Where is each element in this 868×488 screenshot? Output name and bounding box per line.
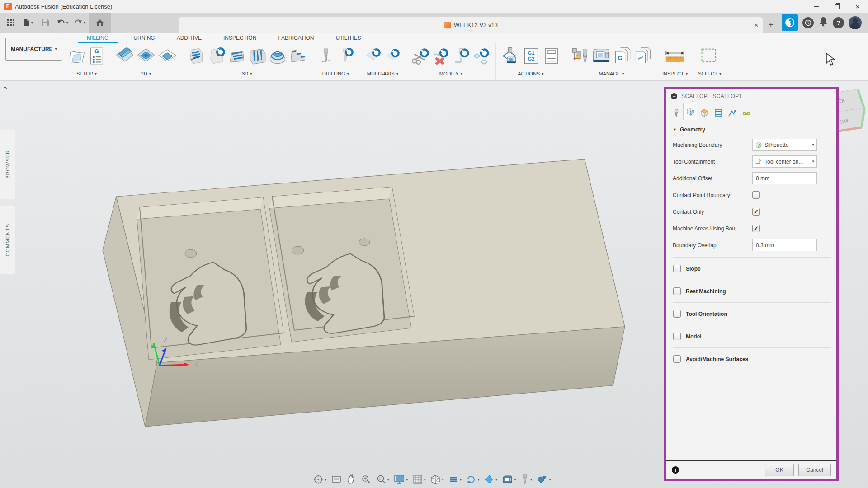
ok-button[interactable]: OK xyxy=(765,464,794,476)
additional-offset-input[interactable]: 0 mm xyxy=(752,172,817,184)
info-icon[interactable]: i xyxy=(672,466,679,474)
model-section[interactable]: Model xyxy=(673,325,831,347)
undo-button[interactable]: ▾ xyxy=(54,15,71,30)
3d-viewport[interactable]: Z X BACK BOTTOM » BROWSER COMMENTS ▾ xyxy=(0,81,868,488)
post-process-icon[interactable]: G1G2 xyxy=(522,47,540,66)
avatar[interactable] xyxy=(849,16,862,29)
setup-sheet-icon[interactable] xyxy=(542,47,561,66)
boundary-overlap-input[interactable]: 0.3 mm xyxy=(752,239,817,251)
tab-fabrication[interactable]: FABRICATION xyxy=(267,33,325,43)
tab-heights[interactable] xyxy=(697,105,711,120)
template-documents-icon[interactable] xyxy=(634,47,652,66)
tab-utilities[interactable]: UTILITIES xyxy=(325,33,372,43)
model-checkbox[interactable] xyxy=(673,333,681,340)
measure-icon[interactable] xyxy=(664,47,686,66)
select-menu[interactable]: SELECT▾ xyxy=(698,69,721,78)
toolpath-passes-icon[interactable]: ▾ xyxy=(446,473,464,486)
dialog-header[interactable]: − SCALLOP : SCALLOP1 xyxy=(666,89,836,103)
inspect-menu[interactable]: INSPECT▾ xyxy=(662,69,688,78)
rest-machining-checkbox[interactable] xyxy=(673,287,681,295)
workspace-selector[interactable]: MANUFACTURE ▾ xyxy=(5,38,62,61)
minimize-button[interactable] xyxy=(806,0,826,13)
2d-contour-icon[interactable] xyxy=(158,47,177,66)
3d-flat-icon[interactable] xyxy=(228,47,246,66)
3d-parallel-icon[interactable] xyxy=(248,47,266,66)
delete-toolpath-icon[interactable] xyxy=(432,47,450,66)
notifications-icon[interactable] xyxy=(818,16,828,29)
tab-close-icon[interactable]: × xyxy=(754,21,758,29)
machine-display-icon[interactable]: ▾ xyxy=(500,473,518,486)
look-at-icon[interactable] xyxy=(329,473,344,486)
tool-containment-select[interactable]: Tool center on... ▾ xyxy=(752,155,817,168)
tab-inspection[interactable]: INSPECTION xyxy=(212,33,267,43)
avoid-machine-surfaces-checkbox[interactable] xyxy=(673,355,681,363)
machine-areas-checkbox[interactable] xyxy=(752,225,760,232)
actions-menu[interactable]: ACTIONS▾ xyxy=(518,69,543,78)
tab-options[interactable] xyxy=(739,105,753,120)
probe-display-icon[interactable]: ▾ xyxy=(534,473,553,486)
bore-icon[interactable] xyxy=(337,47,354,66)
zoom-icon[interactable] xyxy=(359,473,373,486)
browser-panel-tab[interactable]: BROWSER xyxy=(0,130,15,199)
3d-menu[interactable]: 3D▾ xyxy=(242,69,252,78)
isolate-icon[interactable]: ▾ xyxy=(482,473,500,486)
display-settings-icon[interactable]: ▾ xyxy=(392,473,410,486)
rotary-icon[interactable] xyxy=(384,47,401,66)
zoom-window-icon[interactable]: ▾ xyxy=(374,473,392,486)
extensions-button[interactable] xyxy=(782,14,798,31)
dialog-collapse-icon[interactable]: − xyxy=(671,93,677,99)
trim-toolpath-icon[interactable] xyxy=(411,47,429,66)
tab-tool[interactable] xyxy=(669,105,683,120)
simulate-icon[interactable] xyxy=(501,47,520,66)
orbit-icon[interactable]: ▾ xyxy=(311,473,329,486)
cancel-button[interactable]: Cancel xyxy=(798,464,831,476)
drill-icon[interactable] xyxy=(317,47,335,66)
contact-point-boundary-checkbox[interactable] xyxy=(752,191,760,199)
viewports-icon[interactable]: ▾ xyxy=(428,473,446,486)
file-menu-button[interactable]: ▾ xyxy=(20,15,36,30)
manage-menu[interactable]: MANAGE▾ xyxy=(599,69,624,78)
swarf-icon[interactable] xyxy=(364,47,382,66)
pocket-2[interactable] xyxy=(269,187,414,342)
job-status-icon[interactable] xyxy=(802,17,814,28)
close-button[interactable]: × xyxy=(847,0,868,13)
slope-checkbox[interactable] xyxy=(673,265,681,272)
geometry-section-header[interactable]: ▼ Geometry xyxy=(673,123,831,136)
new-nc-program-icon[interactable]: G xyxy=(89,47,105,65)
3d-scallop-icon[interactable] xyxy=(269,47,287,66)
2d-menu[interactable]: 2D▾ xyxy=(141,69,151,78)
app-grid-icon[interactable] xyxy=(3,15,19,30)
tool-orientation-checkbox[interactable] xyxy=(673,310,681,318)
slope-section[interactable]: Slope xyxy=(673,257,831,280)
machine-library-icon[interactable] xyxy=(591,47,611,66)
tab-passes[interactable] xyxy=(711,105,725,120)
help-icon[interactable]: ? xyxy=(833,17,844,28)
new-setup-icon[interactable] xyxy=(68,47,86,65)
home-button[interactable] xyxy=(89,13,111,33)
redo-button[interactable]: ▾ xyxy=(71,15,88,30)
3d-adaptive-clearing-icon[interactable] xyxy=(187,47,205,66)
tab-linking[interactable] xyxy=(725,105,739,120)
tool-library-icon[interactable] xyxy=(571,47,589,66)
rest-machining-section[interactable]: Rest Machining xyxy=(673,280,831,302)
multiaxis-menu[interactable]: MULTI-AXIS▾ xyxy=(367,69,398,78)
selection-box-icon[interactable] xyxy=(699,47,721,66)
simulate-loop-icon[interactable]: ▾ xyxy=(464,473,481,486)
gcode-documents-icon[interactable]: G xyxy=(613,47,632,66)
avoid-machine-surfaces-section[interactable]: Avoid/Machine Surfaces xyxy=(673,347,831,370)
grid-icon[interactable]: ▾ xyxy=(410,473,428,486)
tab-geometry[interactable] xyxy=(683,103,697,120)
tab-turning[interactable]: TURNING xyxy=(119,33,166,43)
drilling-menu[interactable]: DRILLING▾ xyxy=(322,69,349,78)
2d-pocket-icon[interactable] xyxy=(137,47,156,66)
tab-additive[interactable]: ADDITIVE xyxy=(166,33,212,43)
modify-menu[interactable]: MODIFY▾ xyxy=(439,69,462,78)
tab-milling[interactable]: MILLING xyxy=(76,33,119,43)
comments-panel-tab[interactable]: COMMENTS xyxy=(0,206,15,274)
3d-spiral-icon[interactable] xyxy=(289,47,307,66)
contact-only-checkbox[interactable] xyxy=(752,208,760,216)
pocket-1[interactable] xyxy=(137,197,283,360)
document-tab[interactable]: WEEK12 V3 v13 × xyxy=(179,17,763,33)
tool-display-icon[interactable]: ▾ xyxy=(519,473,534,486)
tool-orientation-section[interactable]: Tool Orientation xyxy=(673,302,831,325)
